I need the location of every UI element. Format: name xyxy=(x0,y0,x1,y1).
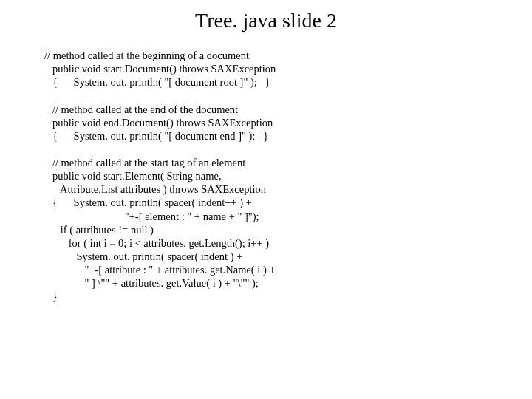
slide-container: Tree. java slide 2 // method called at t… xyxy=(0,0,532,399)
code-block: // method called at the beginning of a d… xyxy=(15,49,517,303)
slide-title: Tree. java slide 2 xyxy=(15,9,517,33)
